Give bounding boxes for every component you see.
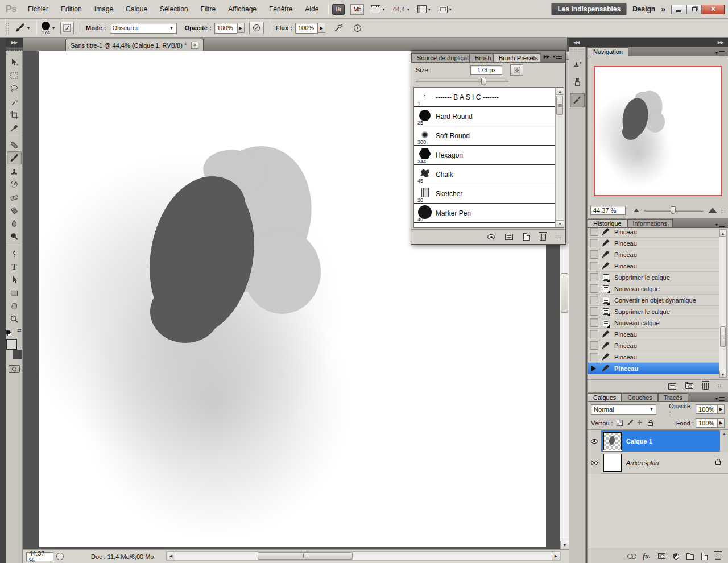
flow-field[interactable]: 100% — [295, 23, 318, 34]
tool-rectangle-shape[interactable] — [7, 286, 22, 299]
adjustment-layer-icon[interactable] — [673, 553, 679, 560]
scroll-thumb[interactable] — [720, 326, 726, 347]
lock-paint-icon[interactable] — [627, 419, 634, 427]
lock-all-icon[interactable] — [648, 422, 653, 426]
history-source-well[interactable] — [590, 341, 598, 350]
zoom-in-icon[interactable] — [708, 208, 717, 213]
tool-crop[interactable] — [7, 108, 22, 121]
tool-paint-bucket[interactable] — [7, 204, 22, 217]
workspace-design[interactable]: Design — [632, 5, 655, 13]
history-step[interactable]: Nouveau calque — [588, 283, 720, 295]
fill-field[interactable]: 100% — [696, 418, 717, 428]
scroll-up-icon[interactable]: ▲ — [556, 88, 564, 95]
history-source-well[interactable] — [590, 330, 598, 338]
history-step[interactable]: Pinceau — [588, 238, 720, 249]
delete-brush-icon[interactable] — [540, 234, 546, 241]
history-source-well[interactable] — [590, 228, 598, 236]
menu-image[interactable]: Image — [88, 0, 119, 18]
menu-edition[interactable]: Edition — [55, 0, 88, 18]
horizontal-scroll-thumb[interactable] — [258, 552, 353, 560]
history-source-well[interactable] — [590, 250, 598, 259]
brush-item-sketcher[interactable]: 20 Sketcher — [414, 184, 555, 204]
layer-thumbnail[interactable] — [603, 432, 622, 450]
history-source-well[interactable] — [590, 318, 598, 327]
lock-transparency-icon[interactable] — [617, 420, 623, 426]
new-document-from-state-icon[interactable] — [668, 383, 676, 390]
history-step-selected[interactable]: Pinceau — [588, 363, 720, 374]
new-snapshot-icon[interactable] — [685, 383, 693, 389]
tool-spot-healing-brush[interactable] — [7, 138, 22, 151]
panel-menu-icon[interactable]: ▾ — [715, 51, 728, 56]
tab-brush[interactable]: Brush — [469, 53, 493, 62]
delete-state-icon[interactable] — [702, 383, 709, 390]
tool-eraser[interactable] — [7, 191, 22, 204]
add-layer-mask-icon[interactable] — [658, 553, 665, 559]
resize-grip[interactable] — [721, 208, 725, 213]
history-source-well[interactable] — [590, 273, 598, 282]
layer-row-calque1[interactable]: Calque 1 ▲ — [588, 430, 728, 452]
blend-mode-select[interactable]: Normal ▼ — [591, 404, 656, 415]
lock-position-icon[interactable]: ✛ — [638, 419, 643, 427]
history-source-well[interactable] — [590, 296, 598, 304]
workspace-more-chevron[interactable]: » — [661, 5, 665, 14]
opacity-spinner[interactable]: ▶ — [237, 23, 245, 33]
quick-mask-button[interactable] — [9, 365, 20, 373]
status-doc-info[interactable]: Doc : 11,4 Mo/6,00 Mo — [91, 553, 154, 560]
foreground-color-swatch[interactable] — [6, 339, 17, 350]
tab-informations[interactable]: Informations — [627, 219, 673, 227]
brush-item-hard-round[interactable]: 25 Hard Round — [414, 107, 555, 126]
guides-menu-button[interactable]: ▾ — [371, 5, 384, 13]
scroll-down-icon[interactable]: ▼ — [556, 220, 564, 227]
open-preset-manager-icon[interactable] — [505, 234, 513, 240]
history-source-well[interactable] — [590, 353, 598, 361]
navigator-zoom-slider[interactable] — [644, 206, 704, 215]
visibility-well[interactable] — [588, 430, 601, 452]
history-step[interactable]: Supprimer le calque — [588, 272, 720, 283]
tool-pen[interactable] — [7, 247, 22, 260]
bridge-button[interactable]: Br — [332, 4, 345, 15]
scroll-down-icon[interactable]: ▼ — [560, 541, 569, 549]
tool-eyedropper[interactable] — [7, 121, 22, 134]
status-zoom-field[interactable]: 44,37 % — [26, 552, 53, 561]
tool-magic-wand[interactable] — [7, 95, 22, 108]
history-step[interactable]: Pinceau — [588, 260, 720, 272]
document-tab[interactable]: Sans titre-1 @ 44,4% (Calque 1, RVB/8) *… — [65, 39, 204, 51]
brush-item-feng-zhu[interactable]: Feng Zhu — [414, 223, 555, 228]
tool-dodge[interactable] — [7, 230, 22, 243]
brush-item-soft-round[interactable]: 300 Soft Round — [414, 126, 555, 146]
tab-brush-presets[interactable]: Brush Presets — [493, 53, 540, 62]
tool-rectangular-marquee[interactable] — [7, 69, 22, 82]
panel-menu-icon[interactable]: ▾ — [715, 222, 728, 227]
slider-thumb[interactable] — [481, 78, 486, 85]
dock-collapse-left-icon[interactable]: ◀◀ — [573, 40, 579, 45]
canvas-horizontal-scrollbar[interactable]: ◀ ▶ — [166, 551, 561, 561]
restore-button[interactable] — [686, 5, 702, 14]
color-swatches[interactable] — [6, 338, 22, 361]
menu-fenetre[interactable]: Fenêtre — [263, 0, 299, 18]
history-source-well[interactable] — [590, 262, 598, 270]
default-swatches-control[interactable]: ⇄ — [7, 328, 22, 337]
new-brush-icon[interactable] — [523, 233, 530, 241]
tab-couches[interactable]: Couches — [622, 393, 657, 401]
delete-layer-icon[interactable] — [715, 553, 721, 560]
toggle-brush-panel-button[interactable] — [60, 22, 74, 34]
layer-styles-icon[interactable]: fx. — [643, 552, 651, 561]
history-step[interactable]: Pinceau — [588, 351, 720, 363]
menu-filtre[interactable]: Filtre — [194, 0, 222, 18]
tool-move[interactable] — [7, 56, 22, 69]
new-layer-icon[interactable] — [701, 553, 708, 560]
scroll-right-icon[interactable]: ▶ — [552, 552, 560, 560]
mini-bridge-button[interactable]: Mb — [350, 4, 364, 15]
brush-item-chalk[interactable]: 45 Chalk — [414, 165, 555, 184]
swap-colors-icon[interactable]: ⇄ — [17, 328, 22, 333]
layer-row-arriere-plan[interactable]: Arrière-plan — [588, 452, 728, 474]
scroll-up-icon[interactable]: ▲ — [719, 230, 726, 237]
tool-lasso[interactable] — [7, 82, 22, 95]
document-tab-close-icon[interactable]: ✕ — [191, 42, 198, 49]
new-group-icon[interactable] — [686, 554, 694, 560]
navigator-zoom-field[interactable]: 44.37 % — [590, 206, 626, 215]
panel-menu-icon[interactable]: ▾ — [715, 396, 728, 401]
options-bar-grip[interactable] — [6, 21, 9, 35]
layers-opacity-spinner[interactable]: ▶ — [717, 404, 725, 414]
history-source-well[interactable] — [590, 364, 598, 372]
